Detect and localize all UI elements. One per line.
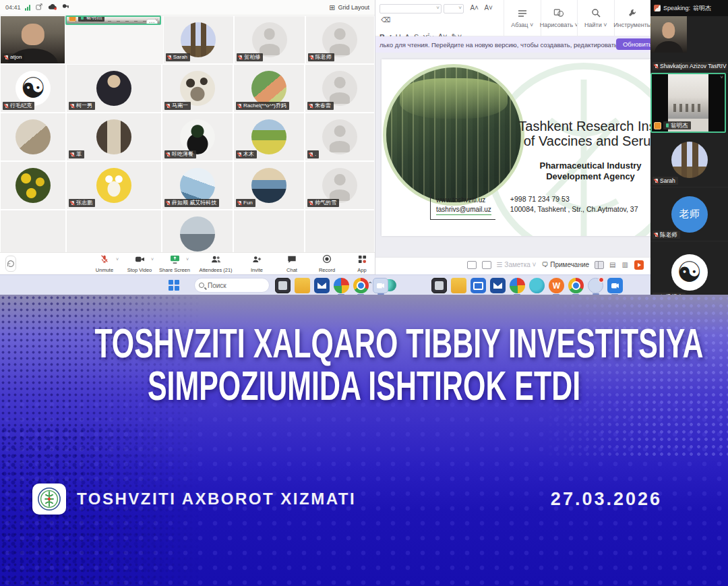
- participant-tile[interactable]: atjon: [0, 16, 65, 64]
- font-size-select[interactable]: [444, 4, 464, 13]
- font-controls: A˄ A˅ ⌫ B I U A S X²˅ A˅ ✎˅: [375, 0, 504, 36]
- font-family-select[interactable]: [380, 4, 442, 13]
- mail-app-icon[interactable]: [314, 278, 330, 293]
- tablet-app-icon[interactable]: [275, 278, 291, 293]
- invite-icon: [252, 254, 262, 266]
- participant-tile[interactable]: 木木: [233, 113, 305, 161]
- slide-email: tashrivs@umail.uz: [436, 205, 491, 215]
- app-button[interactable]: App: [346, 254, 375, 273]
- invite-button[interactable]: Invite: [241, 254, 272, 273]
- update-button[interactable]: Обновить: [616, 38, 650, 50]
- participant-tile[interactable]: Rachel(**o^*)乔妈: [233, 64, 305, 113]
- note-button[interactable]: ☰ Заметка ˅: [497, 261, 537, 268]
- participant-tile[interactable]: 柯一男: [66, 64, 162, 113]
- lock-key-icon[interactable]: [62, 3, 69, 11]
- grid-view-icon[interactable]: ▤: [609, 261, 616, 268]
- sidebar-participant-tile[interactable]: Shavkatjon Azizov TasRIVS: [650, 16, 728, 73]
- mail-app-icon[interactable]: [490, 278, 506, 293]
- participant-tile[interactable]: 朱春蕾: [305, 64, 375, 113]
- нарисовать-group-button[interactable]: Нарисовать ˅: [541, 0, 578, 36]
- chrome-app-icon[interactable]: [353, 278, 369, 293]
- sidebar-participant-tile[interactable]: 行毛纪克: [650, 241, 728, 295]
- clear-format-icon[interactable]: ⌫: [381, 16, 390, 24]
- tile-menu-button[interactable]: ⋯: [146, 19, 158, 25]
- participant-tile[interactable]: [0, 113, 66, 161]
- найти-group-button[interactable]: Найти ˅: [577, 0, 614, 36]
- share-window-icon[interactable]: [36, 3, 42, 11]
- taskbar-search[interactable]: Поиск: [194, 278, 270, 293]
- start-button[interactable]: [169, 280, 179, 291]
- slide-contact-block: www.toshvziti.uz tashrivs@umail.uz +998 …: [430, 194, 638, 220]
- toolbar-item-label: Share Screen: [159, 267, 190, 273]
- attendees-21--button[interactable]: Attendees (21): [194, 254, 237, 273]
- unmute-button[interactable]: Unmute˅: [89, 254, 120, 273]
- grid-row: 张志鹏薛如顺 威艾特科技Fun帅气的雪: [0, 161, 375, 210]
- teal-app-icon[interactable]: [529, 278, 545, 293]
- folder-app-icon[interactable]: [451, 278, 466, 293]
- participant-name: 柯一男: [76, 102, 92, 109]
- raised-hand-badge: [654, 122, 661, 129]
- tile-name-chip: 木木: [236, 150, 257, 158]
- share-screen-button[interactable]: Share Screen˅: [159, 254, 190, 273]
- store-app-icon[interactable]: [471, 278, 486, 293]
- participant-tile[interactable]: [0, 210, 66, 252]
- photos-app-icon[interactable]: [334, 278, 349, 293]
- participant-tile[interactable]: 行毛纪克: [0, 64, 66, 113]
- folder-app-icon[interactable]: [295, 278, 310, 293]
- document-canvas[interactable]: Tashkent Research Ins of Vaccines and Se…: [375, 53, 650, 257]
- participant-tile[interactable]: 薛如顺 威艾特科技: [162, 161, 233, 210]
- mic-status-icon: [167, 201, 170, 205]
- comment-button[interactable]: 🗨 Примечание: [541, 261, 589, 268]
- tile-label-row: 木木: [236, 150, 257, 158]
- wechat-app-icon[interactable]: [549, 278, 564, 293]
- book-view-icon[interactable]: ▥: [622, 261, 629, 268]
- participant-tile[interactable]: 贺柏修: [234, 16, 305, 64]
- абзац-group-button[interactable]: Абзац ˅: [504, 0, 541, 36]
- participant-tile[interactable]: 陈老师: [305, 16, 375, 64]
- voov-app-icon[interactable]: [373, 278, 388, 293]
- increase-font-icon[interactable]: A˄: [470, 4, 479, 11]
- tile-name-chip: 翁明杰: [78, 16, 104, 22]
- participant-tile[interactable]: 马南一: [162, 64, 233, 113]
- participant-tile[interactable]: .: [305, 113, 375, 161]
- tile-label-row: 帅气的雪: [307, 199, 339, 207]
- participant-tile[interactable]: 帅气的雪: [305, 161, 375, 210]
- record-button[interactable]: Record: [311, 254, 342, 273]
- decrease-font-icon[interactable]: A˅: [484, 4, 493, 11]
- chrome-app-icon[interactable]: [568, 278, 584, 293]
- stop-video-button[interactable]: Stop Video˅: [124, 254, 155, 273]
- reactions-button[interactable]: [5, 256, 16, 272]
- participant-tile[interactable]: [233, 210, 305, 252]
- grid-layout-label[interactable]: Grid Layout: [338, 4, 369, 11]
- tablet-app-icon[interactable]: [431, 278, 447, 293]
- sidebar-participant-tile[interactable]: Sarah: [650, 133, 728, 187]
- tile-name-chip: 陈老师: [653, 231, 680, 239]
- participant-tile[interactable]: Fun: [233, 161, 305, 210]
- export-icon[interactable]: [482, 261, 491, 269]
- voov-app-icon[interactable]: [607, 278, 623, 293]
- participant-tile[interactable]: 张志鹏: [66, 161, 162, 210]
- meeting-statusbar: 04:41 ⊞ Grid Layout: [0, 0, 375, 16]
- participant-tile[interactable]: [66, 210, 162, 252]
- tile-label-row: 陈老师: [653, 231, 680, 239]
- presentation-mode-icon[interactable]: [634, 260, 644, 270]
- participant-tile[interactable]: [162, 210, 233, 252]
- page-thumb-icon[interactable]: [467, 261, 477, 269]
- cloud-record-icon[interactable]: [48, 3, 57, 11]
- notification-badge: [599, 277, 604, 283]
- tile-label-row: Shavkatjon Azizov TasRIVS: [653, 62, 727, 70]
- windows-taskbar: Поиск ⌃: [0, 274, 650, 295]
- participant-tile[interactable]: 咔吃薄餐: [162, 113, 233, 161]
- sidebar-participant-tile[interactable]: 翁明杰: [650, 73, 726, 133]
- sidebar-participant-tile[interactable]: 老师陈老师: [650, 187, 728, 241]
- participant-tile[interactable]: 革: [66, 113, 162, 161]
- photos-app-icon[interactable]: [510, 278, 525, 293]
- split-view-icon[interactable]: [595, 261, 604, 269]
- participant-tile[interactable]: Sarah: [163, 16, 234, 64]
- participant-tile[interactable]: [305, 210, 375, 252]
- инструменты-group-button[interactable]: Инструменты: [614, 0, 651, 36]
- chat-button[interactable]: Chat: [276, 254, 307, 273]
- participant-tile[interactable]: [0, 161, 66, 210]
- edge-badge-app-icon[interactable]: [588, 278, 603, 293]
- participant-tile[interactable]: ⋯翁明杰: [65, 16, 160, 25]
